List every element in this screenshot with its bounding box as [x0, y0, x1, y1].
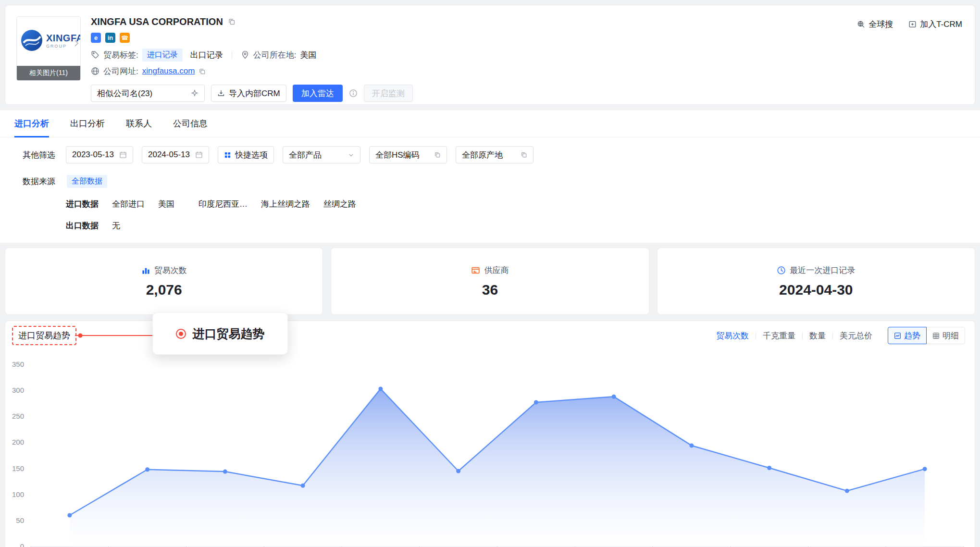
view-detail-button[interactable]: 明细	[926, 327, 965, 344]
related-images-badge[interactable]: 相关图片(11)	[17, 66, 80, 80]
tag-export-records[interactable]: 出口记录	[190, 50, 223, 61]
calendar-icon	[119, 151, 127, 159]
start-monitor-button[interactable]: 开启监测	[364, 85, 413, 102]
metric-kg-weight[interactable]: 千克重量	[763, 330, 795, 341]
stat-label: 供应商	[484, 265, 509, 276]
import-data-option[interactable]: 美国	[158, 199, 174, 210]
all-data-tag[interactable]: 全部数据	[67, 175, 107, 188]
website-icon[interactable]: e	[91, 33, 101, 43]
trend-chart-icon	[894, 332, 901, 339]
info-icon[interactable]	[349, 89, 358, 98]
tab-export-analysis[interactable]: 出口分析	[70, 118, 105, 137]
doc-icon	[434, 151, 441, 158]
stat-label: 最近一次进口记录	[790, 265, 855, 276]
import-data-option[interactable]: 丝绸之路	[323, 199, 356, 210]
product-select[interactable]: 全部产品	[283, 146, 360, 163]
global-search-label: 全球搜	[868, 19, 893, 30]
import-data-label: 进口数据	[66, 199, 99, 210]
logo-globe-icon	[21, 29, 43, 51]
svg-text:200: 200	[12, 438, 24, 446]
view-toggle-group: 趋势 明细	[888, 327, 965, 344]
svg-text:250: 250	[12, 412, 24, 420]
analysis-section: 进口分析 出口分析 联系人 公司信息 其他筛选 2023-05-13 2024-…	[0, 110, 980, 243]
hs-code-select[interactable]: 全部HS编码	[369, 146, 447, 163]
import-crm-button[interactable]: 导入内部CRM	[211, 85, 286, 102]
tag-import-records[interactable]: 进口记录	[142, 49, 183, 62]
calendar-icon	[195, 151, 203, 159]
view-trend-button[interactable]: 趋势	[888, 327, 927, 344]
annotation-connector-dot	[78, 334, 83, 338]
doc-icon	[521, 151, 527, 158]
tab-company-info[interactable]: 公司信息	[173, 118, 208, 137]
origin-select-value: 全部原产地	[462, 149, 503, 161]
quick-options-icon	[224, 151, 231, 159]
svg-text:100: 100	[12, 490, 24, 498]
metric-trade-count[interactable]: 贸易次数	[716, 330, 749, 341]
metric-quantity[interactable]: 数量	[809, 330, 826, 341]
join-tcrm-button[interactable]: 加入T-CRM	[908, 19, 962, 30]
divider	[802, 332, 803, 339]
chart-title-annotation: 进口贸易趋势 进口贸易趋势	[12, 326, 76, 345]
tab-contacts[interactable]: 联系人	[126, 118, 152, 137]
import-trend-chart: 0501001502002503003502023-052023-062023-…	[10, 361, 975, 547]
annotation-connector-line	[75, 335, 153, 336]
svg-text:300: 300	[12, 386, 24, 394]
stat-card-trade-count: 贸易次数 2,076	[5, 248, 323, 315]
import-data-option[interactable]: 印度尼西亚…	[198, 199, 248, 210]
svg-text:0: 0	[20, 542, 24, 547]
tab-import-analysis[interactable]: 进口分析	[14, 118, 49, 137]
tcrm-icon	[908, 20, 917, 28]
view-trend-label: 趋势	[904, 330, 920, 341]
trade-tags-label: 贸易标签:	[103, 50, 138, 61]
copy-website-icon[interactable]	[198, 68, 206, 75]
tag-icon	[91, 50, 99, 59]
global-search-icon	[857, 20, 865, 28]
export-data-value: 无	[112, 220, 120, 231]
website-label: 公司网址:	[103, 66, 138, 77]
copy-company-name-icon[interactable]	[228, 18, 236, 25]
svg-text:350: 350	[12, 361, 24, 368]
company-header-card: XINGFA GROUP 相关图片(11) XINGFA USA CORPORA…	[5, 5, 975, 105]
date-end-input[interactable]: 2024-05-13	[142, 146, 209, 163]
divider	[832, 332, 833, 339]
annotation-callout: 进口贸易趋势	[152, 312, 288, 355]
global-search-button[interactable]: 全球搜	[857, 19, 893, 30]
join-radar-button[interactable]: 加入雷达	[293, 85, 343, 102]
company-info: XINGFA USA CORPORATION e in ☎ 贸易标签: 进口记录…	[91, 15, 413, 102]
company-name: XINGFA USA CORPORATION	[91, 16, 223, 27]
filter-row: 其他筛选 2023-05-13 2024-05-13 快捷选项 全部产品	[0, 146, 980, 163]
location-value: 美国	[300, 50, 316, 61]
svg-text:50: 50	[16, 516, 24, 524]
metric-usd-total[interactable]: 美元总价	[840, 330, 872, 341]
logo-next-icon[interactable]	[73, 39, 80, 48]
target-dot-icon	[176, 329, 186, 339]
data-source-label: 数据来源	[23, 176, 55, 187]
website-link[interactable]: xingfausa.com	[142, 66, 195, 76]
globe-icon	[91, 67, 99, 75]
date-start-value: 2023-05-13	[72, 150, 114, 160]
date-start-input[interactable]: 2023-05-13	[66, 146, 133, 163]
similar-companies-box[interactable]: 相似公司名(23)	[91, 85, 205, 102]
origin-select[interactable]: 全部原产地	[456, 146, 533, 163]
linkedin-icon[interactable]: in	[105, 33, 115, 43]
import-crm-label: 导入内部CRM	[229, 88, 280, 99]
quick-options-button[interactable]: 快捷选项	[218, 146, 274, 163]
divider	[756, 332, 756, 339]
product-select-value: 全部产品	[289, 149, 322, 161]
data-source-row: 数据来源 全部数据	[0, 175, 980, 188]
company-logo[interactable]: XINGFA GROUP 相关图片(11)	[16, 16, 81, 81]
location-label: 公司所在地:	[253, 50, 297, 61]
bar-chart-icon	[141, 266, 150, 275]
view-detail-label: 明细	[943, 330, 959, 341]
date-end-value: 2024-05-13	[148, 150, 190, 160]
chart-header: 进口贸易趋势 进口贸易趋势 贸易次数 千克重量 数量 美元总价	[5, 321, 975, 345]
import-data-option[interactable]: 海上丝绸之路	[261, 199, 310, 210]
stat-card-latest-import: 最近一次进口记录 2024-04-30	[657, 248, 975, 315]
divider	[232, 51, 232, 59]
import-data-option[interactable]: 全部进口	[112, 199, 145, 210]
company-logo-art: XINGFA GROUP	[21, 29, 81, 51]
annotation-callout-text: 进口贸易趋势	[193, 326, 265, 342]
other-filters-label: 其他筛选	[23, 149, 55, 161]
import-trend-card: 进口贸易趋势 进口贸易趋势 贸易次数 千克重量 数量 美元总价	[5, 321, 975, 547]
phone-icon[interactable]: ☎	[120, 33, 130, 43]
